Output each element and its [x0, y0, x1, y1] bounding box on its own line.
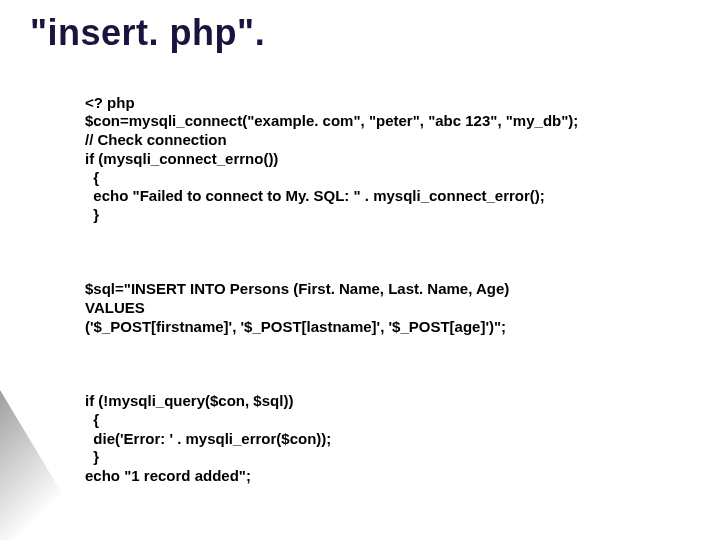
code-content: <? php $con=mysqli_connect("example. com… [85, 56, 690, 540]
code-paragraph-1: <? php $con=mysqli_connect("example. com… [85, 94, 690, 225]
slide-title: "insert. php". [30, 12, 690, 54]
code-paragraph-3: if (!mysqli_query($con, $sql)) { die('Er… [85, 392, 690, 486]
slide: "insert. php". <? php $con=mysqli_connec… [0, 0, 720, 540]
corner-accent [0, 390, 90, 540]
code-paragraph-2: $sql="INSERT INTO Persons (First. Name, … [85, 280, 690, 336]
